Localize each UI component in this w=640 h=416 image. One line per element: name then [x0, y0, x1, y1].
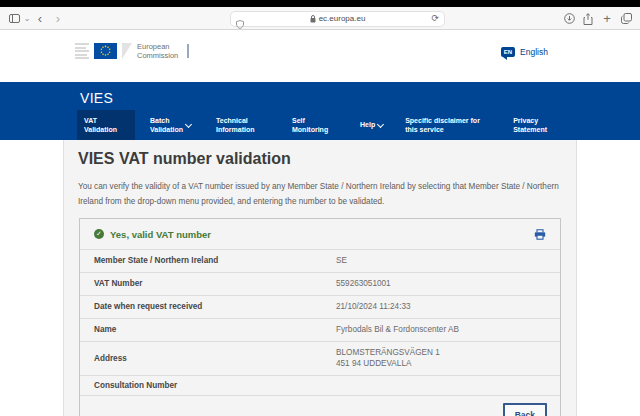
ec-logo-text: European Commission [137, 42, 178, 61]
sidebar-icon[interactable] [6, 7, 22, 30]
language-label: English [520, 47, 548, 57]
nav-batch-validation[interactable]: Batch Validation [143, 110, 195, 140]
display-top-bar [0, 0, 640, 7]
ec-logo-wave [122, 43, 132, 59]
browser-toolbar: ⌄ ‹ › ec.europa.eu ⟳ + [0, 7, 640, 30]
nav-technical-information[interactable]: Technical Information [209, 110, 271, 140]
ec-logo-bars [75, 43, 89, 59]
validation-result-box: ✓ Yes, valid VAT number Member State / N… [79, 218, 561, 416]
ec-header: European Commission EN English [0, 30, 640, 82]
main-nav: VAT Validation Batch Validation Technica… [77, 110, 640, 140]
screen: ⌄ ‹ › ec.europa.eu ⟳ + [0, 0, 640, 416]
table-row: Name Fyrbodals Bil & Fordonscenter AB [80, 318, 560, 341]
print-icon[interactable] [534, 229, 546, 240]
nav-specific-disclaimer[interactable]: Specific disclaimer for this service [398, 110, 492, 140]
vies-banner: VIES VAT Validation Batch Validation Tec… [0, 82, 640, 140]
ec-logo-divider [187, 44, 189, 58]
share-icon[interactable] [581, 7, 595, 30]
language-selector[interactable]: EN English [501, 47, 548, 57]
refresh-icon[interactable]: ⟳ [431, 13, 439, 23]
back-button[interactable]: Back [503, 403, 547, 416]
nav-vat-validation[interactable]: VAT Validation [77, 110, 135, 140]
table-row: Date when request received 21/10/2024 11… [80, 295, 560, 318]
page-description: You can verify the validity of a VAT num… [78, 180, 564, 210]
lock-icon [310, 15, 316, 23]
chevron-down-icon [377, 120, 384, 127]
url-field[interactable]: ec.europa.eu ⟳ [230, 11, 445, 27]
table-row: Address BLOMSTERÄNGSVÄGEN 1 451 94 UDDEV… [80, 341, 560, 376]
eu-flag-icon [94, 43, 117, 59]
table-row: Member State / Northern Ireland SE [80, 249, 560, 272]
sidebar-chevron-icon[interactable]: ⌄ [22, 7, 32, 30]
chevron-down-icon [185, 120, 192, 127]
url-text: ec.europa.eu [319, 14, 366, 23]
forward-icon[interactable]: › [52, 7, 64, 30]
language-badge: EN [501, 47, 515, 57]
back-icon[interactable]: ‹ [34, 7, 46, 30]
result-status: Yes, valid VAT number [110, 229, 534, 240]
result-footer: Back [80, 395, 560, 416]
table-row: VAT Number 559263051001 [80, 272, 560, 295]
valid-check-icon: ✓ [94, 229, 104, 239]
page-title: VIES VAT number validation [78, 150, 291, 168]
downloads-icon[interactable] [562, 7, 576, 30]
ec-logo[interactable]: European Commission [75, 42, 189, 61]
tab-overview-icon[interactable] [618, 7, 634, 30]
new-tab-icon[interactable]: + [600, 7, 614, 30]
result-header: ✓ Yes, valid VAT number [80, 219, 560, 249]
table-row: Consultation Number [80, 375, 560, 395]
page-content: VIES VAT number validation You can verif… [63, 140, 577, 416]
nav-privacy-statement[interactable]: Privacy Statement [506, 110, 558, 140]
site-title: VIES [80, 90, 113, 106]
nav-self-monitoring[interactable]: Self Monitoring [285, 110, 345, 140]
nav-help[interactable]: Help [353, 110, 390, 140]
